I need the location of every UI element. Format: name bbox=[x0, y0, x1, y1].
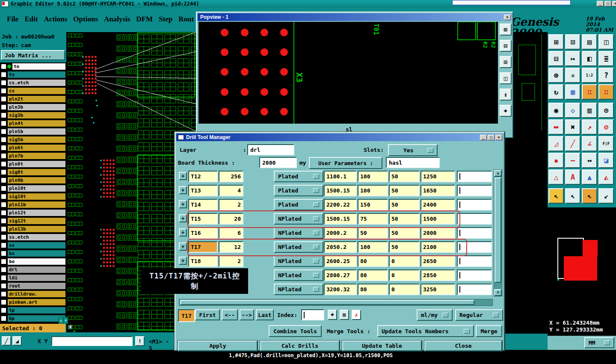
popview-tool-button-2[interactable]: ⊟ bbox=[500, 40, 512, 52]
param3-cell[interactable]: 3250 bbox=[421, 284, 455, 295]
layer-row[interactable]: pln4t bbox=[0, 119, 66, 127]
param1-cell[interactable]: 50 bbox=[358, 227, 388, 239]
triangle-outline-button[interactable]: △ bbox=[548, 169, 564, 185]
menu-item-step[interactable]: Step bbox=[159, 15, 172, 24]
layer-checkbox[interactable] bbox=[1, 259, 6, 264]
calc-drills-button[interactable]: Calc Drills bbox=[260, 340, 340, 351]
last-button[interactable]: Last bbox=[256, 309, 274, 320]
param3-cell[interactable]: 2850 bbox=[421, 269, 455, 281]
dtm-hscrollbar-thumb[interactable] bbox=[180, 300, 474, 305]
layer-name[interactable]: bs bbox=[8, 250, 65, 257]
add-tool-button[interactable]: + bbox=[179, 257, 187, 265]
popview-tool-button-1[interactable]: ⊞ bbox=[500, 24, 512, 36]
layer-row[interactable]: drilldraw. bbox=[0, 290, 66, 298]
add-tool-button[interactable]: + bbox=[179, 243, 187, 251]
plated-type-option[interactable]: NPlated bbox=[274, 269, 323, 281]
scroll-up-arrow[interactable]: ▲ bbox=[494, 170, 502, 177]
layer-row[interactable]: pln2t bbox=[0, 95, 66, 103]
add-tool-button[interactable]: + bbox=[179, 200, 187, 208]
layer-list-scroll[interactable]: ▲ ▼ bbox=[59, 317, 68, 324]
layer-row[interactable]: ss.etch bbox=[0, 233, 66, 241]
layer-row[interactable]: pinban.art bbox=[0, 298, 66, 306]
layer-name[interactable]: sig5b bbox=[8, 136, 65, 143]
drill-size-cell[interactable]: 1500.15 bbox=[324, 185, 357, 196]
layer-row[interactable]: ts bbox=[0, 71, 66, 79]
tool-count-cell[interactable]: 2 bbox=[219, 199, 243, 210]
param2-cell[interactable]: 50 bbox=[389, 199, 420, 210]
menu-item-options[interactable]: Options bbox=[73, 15, 98, 24]
layer-name[interactable]: sig10t bbox=[8, 193, 65, 200]
extra-field[interactable] bbox=[457, 199, 492, 210]
drill-size-cell[interactable]: 3200.32 bbox=[324, 284, 357, 295]
drill-size-cell[interactable]: 2800.27 bbox=[324, 269, 357, 281]
drill-size-cell[interactable]: 2600.25 bbox=[324, 255, 357, 267]
clear-pad-button[interactable]: ⊘ bbox=[598, 119, 614, 135]
dtm-hscrollbar[interactable] bbox=[179, 299, 493, 306]
layer-checkbox[interactable] bbox=[1, 226, 6, 232]
center-mark-button[interactable]: ⊙ bbox=[598, 103, 614, 118]
layer-name[interactable]: pln12t bbox=[8, 210, 65, 216]
units-option[interactable]: ml/my bbox=[417, 309, 453, 321]
layer-checkbox[interactable] bbox=[1, 267, 6, 272]
close-dialog-button[interactable]: Close bbox=[424, 340, 502, 351]
add-tool-button[interactable]: + bbox=[179, 228, 187, 237]
small-rect-button[interactable]: ▪ bbox=[548, 153, 564, 168]
param3-cell[interactable]: 2400 bbox=[421, 199, 455, 210]
maximize-button[interactable]: □ bbox=[604, 1, 611, 6]
layer-checkbox[interactable] bbox=[1, 121, 6, 126]
layer-checkbox[interactable] bbox=[1, 291, 6, 297]
layer-checkbox[interactable] bbox=[1, 299, 6, 305]
rotate-button[interactable]: ↻ bbox=[548, 84, 564, 100]
next-button[interactable]: --> bbox=[240, 309, 254, 320]
plated-type-option[interactable]: Plated bbox=[274, 185, 323, 196]
query-select-button[interactable]: ↖ bbox=[582, 188, 597, 204]
dtm-vscrollbar[interactable]: ▲ ▼ bbox=[494, 169, 502, 296]
layer-name[interactable]: pln3b bbox=[8, 104, 65, 110]
menu-item-dfm[interactable]: DFM bbox=[136, 15, 153, 24]
new-window-button[interactable]: ⊞ bbox=[548, 34, 564, 50]
select-down-button[interactable]: ↙ bbox=[598, 188, 614, 204]
scale-1-2-button[interactable]: 1:2 bbox=[582, 68, 597, 83]
grid-button[interactable]: ▦ bbox=[565, 84, 580, 100]
layer-checkbox[interactable] bbox=[1, 153, 6, 159]
layer-name[interactable]: pln4t bbox=[8, 120, 65, 127]
layer-name[interactable]: ldi bbox=[8, 275, 65, 281]
layer-name[interactable]: ts bbox=[8, 71, 65, 78]
layers-button[interactable]: ▤ bbox=[582, 34, 597, 50]
apply-button[interactable]: Apply bbox=[178, 340, 258, 351]
layer-name[interactable]: drl bbox=[8, 266, 65, 273]
select-button[interactable]: ↖ bbox=[548, 188, 564, 204]
tool-name-cell[interactable]: T13 bbox=[188, 185, 218, 196]
layer-row[interactable]: sig8t bbox=[0, 168, 66, 176]
tool-name-cell[interactable]: T12 bbox=[188, 171, 218, 182]
layer-row[interactable]: pln3b bbox=[0, 103, 66, 111]
layer-checkbox[interactable] bbox=[1, 88, 6, 94]
extra-field[interactable] bbox=[457, 269, 492, 281]
layer-name[interactable]: pln5b bbox=[8, 128, 65, 135]
split-view-button[interactable]: ◫ bbox=[598, 34, 614, 50]
popview-tool-button-3[interactable]: ⊡ bbox=[500, 56, 512, 68]
popview-tool-button-5[interactable]: ↕ bbox=[500, 89, 512, 101]
tool-name-cell[interactable]: T14 bbox=[188, 199, 218, 210]
layer-row[interactable]: pln7b bbox=[0, 152, 66, 160]
layer-checkbox[interactable] bbox=[1, 283, 6, 289]
layer-name[interactable]: pln7b bbox=[8, 153, 65, 159]
layer-checkbox[interactable] bbox=[1, 104, 6, 110]
layer-row[interactable]: sig10t bbox=[0, 192, 66, 201]
help-button[interactable]: ? bbox=[598, 68, 614, 83]
index-input[interactable] bbox=[301, 309, 324, 320]
target-button[interactable]: ◉ bbox=[548, 103, 564, 118]
popview-canvas[interactable]: T01 X3 R2 R2 bbox=[198, 22, 498, 124]
popview-tool-button-4[interactable]: ◫ bbox=[500, 72, 512, 84]
layer-row[interactable]: to bbox=[0, 62, 66, 71]
param3-cell[interactable]: 2650 bbox=[421, 255, 455, 267]
dash-tool-button[interactable]: — bbox=[565, 153, 580, 168]
xy-input[interactable] bbox=[51, 336, 133, 346]
layer-row[interactable]: pln6t bbox=[0, 144, 66, 152]
param2-cell[interactable]: 0 bbox=[389, 255, 420, 267]
scroll-down-icon[interactable]: ▼ bbox=[63, 317, 68, 324]
layer-checkbox[interactable] bbox=[1, 234, 6, 240]
layer-name[interactable]: pln11b bbox=[8, 201, 65, 208]
layer-row[interactable]: pln5b bbox=[0, 127, 66, 136]
layer-name[interactable]: sig3b bbox=[8, 112, 65, 118]
